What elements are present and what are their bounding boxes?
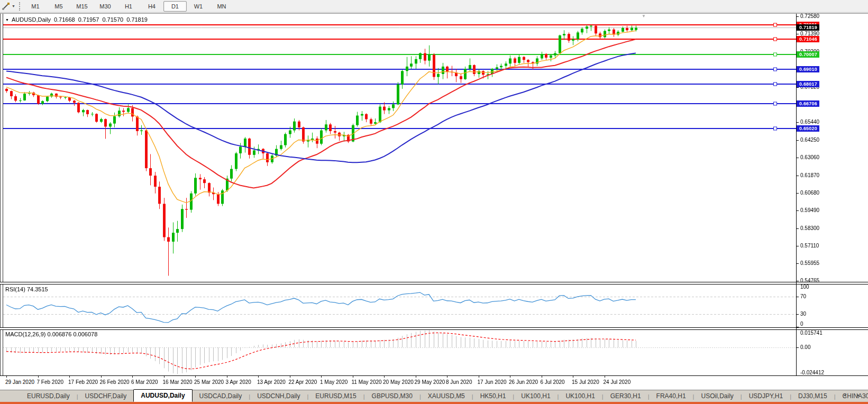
date-label: 16 Mar 2020	[163, 379, 193, 385]
date-tickmark	[258, 376, 259, 378]
timeframe-button-mn[interactable]: MN	[210, 1, 233, 12]
chart-title: ▼AUDUSD,Daily0.716680.719570.715700.7181…	[5, 16, 151, 23]
chart-tab-eurusd-m15[interactable]: EURUSD,M15	[308, 391, 363, 402]
timeframe-button-m5[interactable]: M5	[47, 1, 70, 12]
price-tick-label: 0.57110	[800, 243, 819, 249]
date-tickmark	[479, 376, 479, 378]
rsi-panel-canvas[interactable]	[3, 283, 796, 327]
chart-tab-xauusd-m5[interactable]: XAUUSD,M5	[421, 391, 472, 402]
level-price-label: 0.68017	[797, 81, 819, 87]
date-label: 17 Jun 2020	[478, 379, 507, 385]
price-tickmark	[797, 16, 799, 17]
rsi-tick-label: 70	[800, 293, 806, 299]
price-tickmark	[797, 193, 799, 194]
date-label: 3 Apr 2020	[226, 379, 251, 385]
date-label: 22 Apr 2020	[289, 379, 317, 385]
date-tickmark	[164, 376, 165, 378]
chart-symbol-label: AUDUSD,Daily	[12, 16, 51, 23]
macd-tick-label: -0.024412	[800, 370, 824, 375]
timeframe-button-w1[interactable]: W1	[187, 1, 210, 12]
chart-tab-usdjpy-h1[interactable]: USDJPY,H1	[742, 391, 790, 402]
chart-shift-marker-icon[interactable]: ▼	[642, 14, 646, 19]
chart-tab-ger30-h1[interactable]: GER30,H1	[604, 391, 648, 402]
date-tickmark	[290, 376, 290, 378]
panel-divider-main-rsi[interactable]	[0, 282, 868, 284]
timeframe-button-m15[interactable]: M15	[70, 1, 94, 12]
chart-tab-usoil-daily[interactable]: USOil,Daily	[694, 391, 740, 402]
macd-tickmark	[797, 329, 799, 330]
ohlc-high: 0.71957	[78, 16, 99, 23]
price-tick-label: 0.65440	[800, 119, 819, 125]
date-tickmark	[510, 376, 510, 378]
date-label: 25 Mar 2020	[194, 379, 224, 385]
price-tickmark	[797, 122, 799, 123]
date-label: 11 May 2020	[352, 379, 382, 385]
timeframe-button-h1[interactable]: H1	[117, 1, 140, 12]
date-tickmark	[195, 376, 196, 378]
rsi-tick-label: 30	[800, 311, 806, 317]
current-price-label: 0.71819	[797, 24, 819, 31]
chart-tab-fra40-h1[interactable]: FRA40,H1	[650, 391, 693, 402]
date-tickmark	[132, 376, 133, 378]
level-price-label: 0.65020	[797, 125, 819, 132]
timeframe-button-m30[interactable]: M30	[94, 1, 117, 12]
tab-scroll-arrows[interactable]: ◄ ►	[843, 393, 865, 398]
rsi-tickmark	[797, 284, 799, 284]
price-tick-label: 0.72580	[800, 13, 819, 19]
chart-tab-dj30-m15[interactable]: DJ30,M15	[791, 391, 834, 402]
chart-tab-eurusd-daily[interactable]: EURUSD,Daily	[20, 391, 77, 402]
crosshair-draw-tool-icon[interactable]	[1, 2, 11, 11]
date-tickmark	[416, 376, 416, 378]
timeframe-button-h4[interactable]: H4	[140, 1, 163, 12]
macd-tickmark	[797, 347, 799, 348]
chart-tab-usdcad-daily[interactable]: USDCAD,Daily	[193, 391, 249, 402]
date-tickmark	[447, 376, 447, 378]
date-label: 13 Apr 2020	[257, 379, 286, 385]
timeframe-button-m1[interactable]: M1	[24, 1, 47, 12]
macd-panel-canvas[interactable]	[3, 329, 796, 376]
price-tickmark	[797, 34, 799, 34]
price-tickmark	[797, 281, 799, 281]
date-label: 29 May 2020	[415, 379, 445, 385]
price-tick-label: 0.60680	[800, 190, 819, 196]
ohlc-close: 0.71819	[126, 16, 148, 23]
chart-tab-hk50-h1[interactable]: HK50,H1	[473, 391, 513, 402]
chart-tab-uk100-h1[interactable]: UK100,H1	[514, 391, 557, 402]
chart-tab-audusd-daily[interactable]: AUDUSD,Daily	[133, 389, 192, 402]
rsi-indicator-label: RSI(14) 74.3515	[5, 286, 48, 292]
rsi-tick-label: 0	[800, 321, 803, 327]
collapse-chart-icon[interactable]: ▼	[5, 18, 9, 22]
macd-tickmark	[797, 375, 799, 376]
date-label: 6 Mar 2020	[131, 379, 158, 385]
date-tickmark	[38, 376, 39, 378]
toolbar-grip[interactable]	[19, 2, 20, 11]
price-tickmark	[797, 246, 799, 246]
price-tick-label: 0.64250	[800, 137, 819, 143]
date-tickmark	[384, 376, 385, 378]
macd-tick-label: 0.015741	[800, 330, 823, 336]
date-tickmark	[573, 376, 573, 378]
price-tick-label: 0.58300	[800, 225, 819, 231]
date-label: 29 Jan 2020	[5, 379, 34, 385]
chart-tab-gbpusd-m30[interactable]: GBPUSD,M30	[365, 391, 419, 402]
main-chart-canvas[interactable]	[3, 14, 796, 282]
timeframe-toolbar: ▼ M1M5M15M30H1H4D1W1MN	[0, 0, 868, 13]
ohlc-open: 0.71668	[54, 16, 75, 23]
panel-divider-rsi-macd[interactable]	[0, 327, 868, 330]
price-tick-label: 0.55955	[800, 260, 819, 266]
price-tickmark	[797, 158, 799, 158]
rsi-tick-label: 100	[800, 284, 809, 290]
chart-tab-usdcnh-daily[interactable]: USDCNH,Daily	[250, 391, 307, 402]
date-tickmark	[69, 376, 70, 378]
chart-tab-usdchf-daily[interactable]: USDCHF,Daily	[78, 391, 134, 402]
chart-tab-uk100-h1[interactable]: UK100,H1	[559, 391, 601, 402]
tool-dropdown-caret[interactable]: ▼	[12, 4, 15, 8]
price-tickmark	[797, 263, 799, 264]
window-frame-left	[0, 14, 1, 376]
level-price-label: 0.70007	[797, 51, 819, 58]
time-axis-line	[0, 375, 868, 376]
level-price-label: 0.71046	[797, 36, 819, 42]
chart-tab-bar: EURUSD,Daily|USDCHF,DailyAUDUSD,DailyUSD…	[0, 390, 868, 402]
date-tickmark	[6, 376, 7, 378]
timeframe-button-d1[interactable]: D1	[163, 1, 187, 12]
